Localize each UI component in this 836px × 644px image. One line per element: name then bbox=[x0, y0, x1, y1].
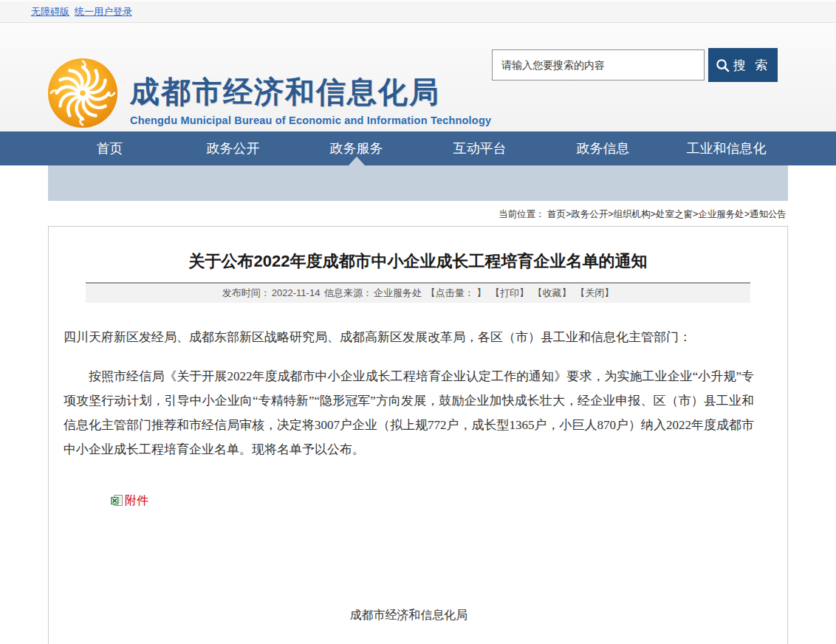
search-area: 搜 索 bbox=[492, 48, 778, 82]
site-title-block: 成都市经济和信息化局 Chengdu Municipal Bureau of E… bbox=[130, 72, 491, 126]
print-button[interactable]: 【打印】 bbox=[490, 287, 529, 298]
publish-time-value: 2022-11-14 bbox=[272, 287, 321, 298]
breadcrumb: 当前位置： 首页>政务公开>组织机构>处室之窗>企业服务处>通知公告 bbox=[48, 201, 788, 226]
source-value: 企业服务处 bbox=[374, 287, 422, 298]
article-paragraph-main: 按照市经信局《关于开展2022年度成都市中小企业成长工程培育企业认定工作的通知》… bbox=[64, 364, 754, 462]
search-button-label: 搜 索 bbox=[733, 57, 771, 74]
nav-item-industry-informatization[interactable]: 工业和信息化 bbox=[665, 131, 788, 165]
nav-item-home[interactable]: 首页 bbox=[48, 131, 171, 165]
main-nav: 首页 政务公开 政务服务 互动平台 政务信息 工业和信息化 bbox=[0, 131, 836, 165]
article-meta-bar: 发布时间：2022-11-14 信息来源：企业服务处 【点击量： 】 【打印】 … bbox=[86, 282, 750, 303]
golden-sunbird-emblem-icon bbox=[47, 57, 119, 129]
unified-login-link[interactable]: 统一用户登录 bbox=[75, 5, 132, 18]
sunbird-logo-icon[interactable] bbox=[47, 57, 119, 129]
nav-item-gov-information[interactable]: 政务信息 bbox=[541, 131, 665, 165]
nav-item-gov-services-label: 政务服务 bbox=[330, 141, 383, 156]
site-subtitle: Chengdu Municipal Bureau of Economic and… bbox=[130, 114, 491, 126]
nav-item-gov-services[interactable]: 政务服务 bbox=[295, 131, 418, 165]
attachment-label: 附件 bbox=[125, 488, 148, 513]
source-label: 信息来源： bbox=[324, 287, 372, 298]
breadcrumb-path[interactable]: 首页>政务公开>组织机构>处室之窗>企业服务处>通知公告 bbox=[547, 209, 787, 219]
article-signature: 成都市经济和信息化局 bbox=[64, 603, 754, 627]
search-input[interactable] bbox=[492, 49, 705, 80]
hit-count-label: 【点击量： 】 bbox=[426, 287, 487, 298]
publish-time-label: 发布时间： bbox=[222, 287, 270, 298]
search-button[interactable]: 搜 索 bbox=[708, 48, 778, 82]
article-paragraph-salutation: 四川天府新区发经局、成都东部新区战略研究局、成都高新区发展改革局，各区（市）县工… bbox=[64, 325, 754, 349]
search-icon bbox=[716, 58, 730, 72]
site-header: 成都市经济和信息化局 Chengdu Municipal Bureau of E… bbox=[0, 23, 836, 131]
top-utility-bar: 无障碍版 统一用户登录 bbox=[0, 0, 836, 23]
article-body: 四川天府新区发经局、成都东部新区战略研究局、成都高新区发展改革局，各区（市）县工… bbox=[49, 303, 787, 644]
accessibility-version-link[interactable]: 无障碍版 bbox=[31, 5, 69, 18]
attachment-link[interactable]: 附件 bbox=[111, 488, 148, 513]
nav-item-interaction-platform[interactable]: 互动平台 bbox=[418, 131, 541, 165]
excel-file-icon bbox=[111, 494, 123, 507]
breadcrumb-prefix: 当前位置： bbox=[498, 209, 545, 219]
subnav-band bbox=[48, 165, 788, 201]
article-title: 关于公布2022年度成都市中小企业成长工程培育企业名单的通知 bbox=[49, 227, 787, 273]
nav-item-gov-disclosure[interactable]: 政务公开 bbox=[171, 131, 295, 165]
attachment-row: 附件 bbox=[111, 488, 754, 513]
close-button[interactable]: 【关闭】 bbox=[575, 287, 614, 298]
active-nav-indicator-triangle bbox=[349, 157, 365, 165]
favorite-button[interactable]: 【收藏】 bbox=[533, 287, 572, 298]
site-title: 成都市经济和信息化局 bbox=[130, 72, 491, 112]
article-container: 关于公布2022年度成都市中小企业成长工程培育企业名单的通知 发布时间：2022… bbox=[48, 226, 788, 644]
